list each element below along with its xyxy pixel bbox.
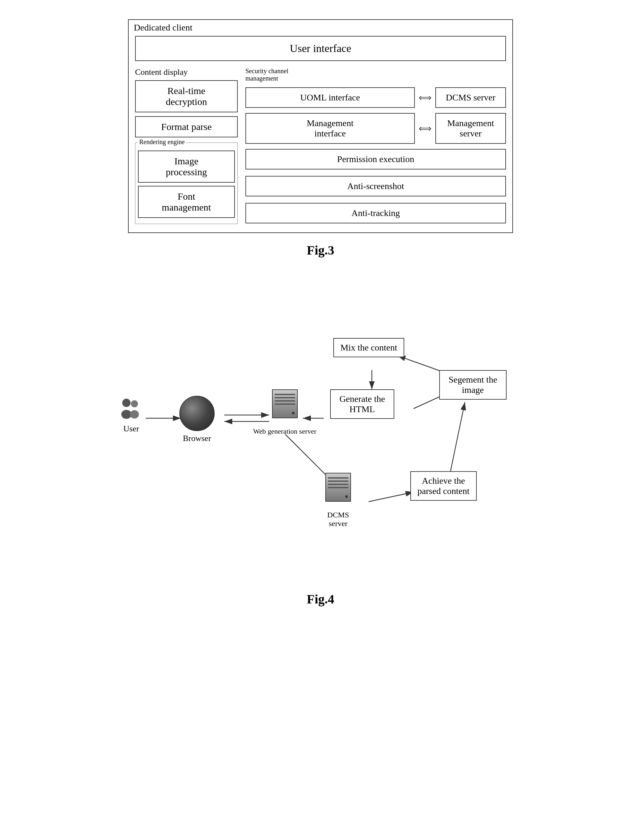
web-gen-server-node: Web generation server — [253, 389, 316, 435]
fig3-diagram: Dedicated client User interface Content … — [96, 19, 545, 274]
double-arrow-2: ⟺ — [419, 123, 432, 134]
management-row: Managementinterface ⟺ Managementserver — [245, 113, 506, 144]
image-processing-box: Imageprocessing — [138, 150, 235, 183]
uoml-row: UOML interface ⟺ DCMS server — [245, 87, 506, 108]
anti-screenshot-box: Anti-screenshot — [245, 176, 506, 197]
fig3-label: Fig.3 — [307, 243, 334, 258]
dedicated-client-box: Dedicated client User interface Content … — [128, 19, 513, 233]
fig4-label: Fig.4 — [307, 592, 334, 607]
format-parse-box: Format parse — [135, 116, 238, 137]
web-gen-server-icon — [271, 389, 300, 425]
left-panel: Content display Real-timedecryption Form… — [135, 68, 238, 226]
management-server-box: Managementserver — [435, 113, 506, 144]
fig4-diagram-area: User Browser Web generation serv — [112, 293, 529, 582]
permission-execution-box: Permission execution — [245, 149, 506, 169]
rendering-engine-label: Rendering engine — [138, 138, 186, 146]
svg-line-10 — [369, 492, 414, 502]
svg-line-11 — [449, 402, 465, 479]
dcms-server-icon — [324, 473, 353, 508]
generate-html-box: Generate theHTML — [330, 389, 394, 419]
fig4-diagram: User Browser Web generation serv — [96, 293, 545, 623]
globe-icon — [179, 396, 215, 431]
content-display-label: Content display — [135, 68, 238, 77]
dcms-server-label: DCMSserver — [327, 511, 349, 528]
browser-label: Browser — [183, 434, 211, 443]
arrows-svg — [112, 293, 529, 582]
dcms-server-node: DCMSserver — [324, 473, 353, 528]
mix-content-box: Mix the content — [333, 338, 404, 357]
svg-point-14 — [131, 400, 138, 407]
uoml-interface-box: UOML interface — [245, 87, 415, 108]
font-management-box: Fontmanagement — [138, 186, 235, 218]
management-interface-box: Managementinterface — [245, 113, 415, 144]
rendering-engine-group: Rendering engine Imageprocessing Fontman… — [135, 142, 238, 224]
web-gen-server-label: Web generation server — [253, 427, 316, 435]
user-icon — [118, 396, 144, 421]
double-arrow-1: ⟺ — [419, 92, 432, 103]
anti-tracking-box: Anti-tracking — [245, 203, 506, 223]
svg-point-12 — [122, 399, 130, 407]
svg-point-15 — [130, 410, 139, 419]
browser-node: Browser — [179, 396, 215, 443]
segment-image-box: Segement theimage — [439, 370, 507, 400]
right-panel: Security channelmanagement UOML interfac… — [245, 68, 506, 226]
user-label: User — [123, 424, 139, 434]
security-channel-label: Security channelmanagement — [245, 68, 506, 82]
real-time-decryption-box: Real-timedecryption — [135, 80, 238, 112]
achieve-parsed-box: Achieve theparsed content — [410, 471, 477, 501]
dcms-server-box: DCMS server — [435, 87, 506, 108]
user-node: User — [118, 396, 144, 434]
dedicated-client-label: Dedicated client — [134, 23, 193, 33]
user-interface-box: User interface — [135, 36, 506, 61]
